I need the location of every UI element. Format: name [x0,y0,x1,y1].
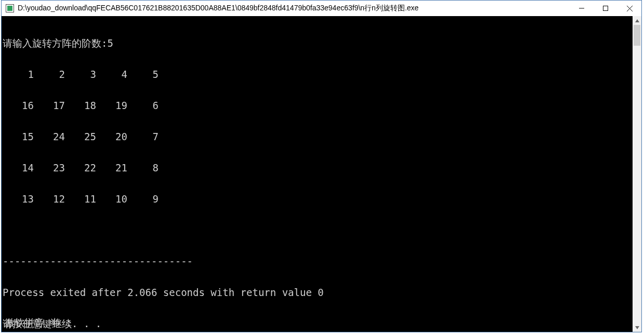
matrix-row: 131211109 [3,194,631,204]
svg-marker-5 [635,326,639,329]
matrix-cell: 11 [65,194,96,204]
matrix-cell: 19 [96,100,127,111]
matrix-cell: 23 [34,163,65,173]
close-button[interactable] [617,1,641,16]
window-controls [570,1,641,16]
matrix-row: 142322218 [3,163,631,173]
matrix-cell: 17 [34,100,65,111]
matrix-cell: 13 [3,194,34,204]
matrix-cell: 25 [65,131,96,142]
matrix-cell: 6 [127,100,159,111]
press-key-line: 请按任意键继续. . . [3,318,631,329]
window-title: D:\youdao_download\qqFECAB56C017621B8820… [18,4,418,13]
matrix-cell: 16 [3,100,34,111]
maximize-icon [603,6,608,11]
prompt-line: 请输入旋转方阵的阶数:5 [3,38,631,48]
matrix-cell: 18 [65,100,96,111]
console-output: 请输入旋转方阵的阶数:5 12345 161718196 152425207 1… [3,17,631,331]
matrix-cell: 1 [3,69,34,79]
vertical-scrollbar[interactable] [633,16,641,332]
matrix-cell: 5 [127,69,159,79]
maximize-button[interactable] [594,1,617,16]
client-area: 请输入旋转方阵的阶数:5 12345 161718196 152425207 1… [2,16,641,332]
console-window: D:\youdao_download\qqFECAB56C017621B8820… [1,0,642,332]
svg-rect-1 [603,6,608,11]
matrix-cell: 8 [127,163,159,173]
matrix-row: 12345 [3,69,631,79]
ime-status: 微软拼音 半 : [5,316,72,330]
close-icon [627,6,633,11]
scroll-up-button[interactable] [633,16,641,25]
minimize-button[interactable] [570,1,594,16]
scroll-down-button[interactable] [633,323,641,332]
matrix-cell: 21 [96,163,127,173]
matrix-row: 161718196 [3,100,631,111]
matrix-cell: 7 [127,131,159,142]
matrix-cell: 4 [96,69,127,79]
matrix-cell: 3 [65,69,96,79]
matrix-cell: 12 [34,194,65,204]
matrix-cell: 24 [34,131,65,142]
chevron-up-icon [635,19,639,22]
app-icon [6,4,14,12]
matrix-cell: 10 [96,194,127,204]
divider-line: -------------------------------- [3,256,631,266]
minimize-icon [579,6,584,11]
matrix-row: 152425207 [3,131,631,142]
matrix-cell: 2 [34,69,65,79]
matrix-cell: 14 [3,163,34,173]
matrix-cell: 20 [96,131,127,142]
exit-line: Process exited after 2.066 seconds with … [3,287,631,298]
matrix-cell: 15 [3,131,34,142]
scroll-thumb[interactable] [634,25,640,46]
chevron-down-icon [635,326,639,329]
svg-marker-4 [635,19,639,22]
titlebar[interactable]: D:\youdao_download\qqFECAB56C017621B8820… [2,1,641,16]
matrix-cell: 9 [127,194,159,204]
matrix-cell: 22 [65,163,96,173]
blank-line [3,225,631,235]
